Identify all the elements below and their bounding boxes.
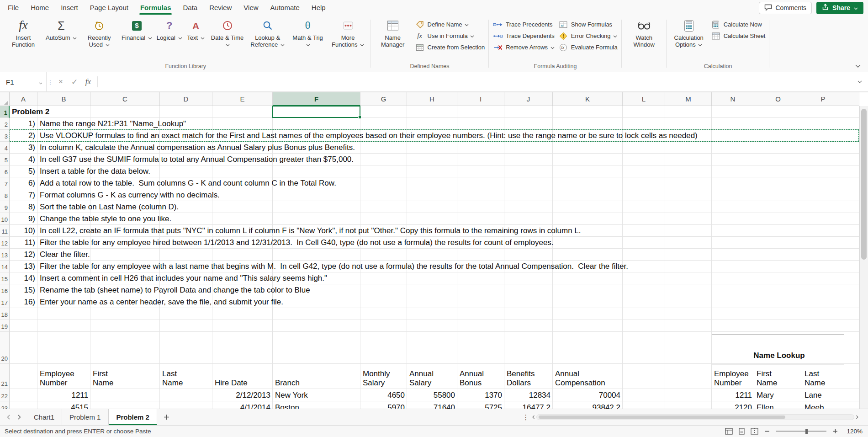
text-button[interactable]: AText <box>185 16 207 61</box>
math-trig-button[interactable]: θMath & Trig <box>288 16 328 61</box>
cell-E22[interactable]: 2/12/2013 <box>212 389 273 401</box>
cell-K22[interactable]: 70004 <box>553 389 623 401</box>
cell-B3[interactable]: Use VLOOKUP formulas to find an exact ma… <box>37 130 698 142</box>
horizontal-scrollbar-thumb[interactable] <box>539 416 785 419</box>
row-header-9[interactable]: 9 <box>0 201 10 213</box>
comments-button[interactable]: Comments <box>759 2 812 14</box>
zoom-level[interactable]: 120% <box>844 428 863 435</box>
column-header-I[interactable]: I <box>457 92 504 106</box>
column-header-partial[interactable] <box>844 92 859 106</box>
cell-O22[interactable]: Mary <box>754 389 774 401</box>
menu-item-page-layout[interactable]: Page Layout <box>84 0 134 16</box>
cell-B7[interactable]: Add a total row to the table. Sum column… <box>37 177 336 189</box>
cell-G23[interactable]: 5970 <box>360 401 407 409</box>
row-header-14[interactable]: 14 <box>0 261 10 272</box>
cell-N23[interactable]: 2120 <box>712 401 754 409</box>
column-header-A[interactable]: A <box>10 92 37 106</box>
cell-B4[interactable]: In column K, calculate the Annual compen… <box>37 142 355 154</box>
menu-item-formulas[interactable]: Formulas <box>134 0 177 16</box>
date-time-button[interactable]: Date & Time <box>207 16 248 61</box>
insert-function-button[interactable]: fxInsert Function <box>3 16 43 61</box>
cell-I21[interactable]: Annual Bonus <box>457 364 504 389</box>
trace-dependents-button[interactable]: Trace Dependents <box>491 30 556 42</box>
row-header-8[interactable]: 8 <box>0 189 10 201</box>
row-header-17[interactable]: 17 <box>0 296 10 308</box>
sheet-tab-problem-1[interactable]: Problem 1 <box>62 409 108 425</box>
row-header-18[interactable]: 18 <box>0 308 10 320</box>
insert-function-button[interactable]: fx <box>81 72 95 91</box>
page-break-preview-button[interactable] <box>751 428 758 435</box>
cell-A12[interactable]: 11) <box>10 237 37 249</box>
cell-K21[interactable]: Annual Compensation <box>553 364 623 389</box>
cell-I23[interactable]: 5725 <box>457 401 504 409</box>
menu-item-review[interactable]: Review <box>203 0 238 16</box>
cell-A3[interactable]: 2) <box>10 130 37 142</box>
cell-B11[interactable]: In cell L22, create an IF formula that p… <box>37 225 581 237</box>
horizontal-scrollbar-track[interactable] <box>536 414 854 420</box>
cell-P23[interactable]: Meeb <box>802 401 824 409</box>
cell-O21[interactable]: First Name <box>754 364 802 389</box>
create-from-selection-button[interactable]: Create from Selection <box>413 42 487 53</box>
cell-J21[interactable]: Benefits Dollars <box>504 364 553 389</box>
cell-F23[interactable]: Boston <box>273 401 299 409</box>
logical-button[interactable]: ?Logical <box>154 16 185 61</box>
column-header-K[interactable]: K <box>553 92 623 106</box>
tab-bar-menu-button[interactable]: ⋮ <box>520 413 532 421</box>
row-header-7[interactable]: 7 <box>0 177 10 189</box>
cell-E23[interactable]: 4/1/2014 <box>212 401 273 409</box>
cell-B2[interactable]: Name the range N21:P31 "Name_Lookup" <box>37 118 186 130</box>
cell-E21[interactable]: Hire Date <box>212 364 273 389</box>
row-header-12[interactable]: 12 <box>0 237 10 249</box>
cell-B14[interactable]: Filter the table for any employee with a… <box>37 261 628 272</box>
cell-B15[interactable]: Insert a comment in cell H26 that includ… <box>37 272 327 284</box>
cell-G22[interactable]: 4650 <box>360 389 407 401</box>
cell-A7[interactable]: 6) <box>10 177 37 189</box>
sheet-nav-right-button[interactable] <box>14 415 25 420</box>
column-header-H[interactable]: H <box>407 92 457 106</box>
row-header-3[interactable]: 3 <box>0 130 10 142</box>
share-dropdown-chevron-icon[interactable] <box>854 4 858 11</box>
row-header-15[interactable]: 15 <box>0 272 10 284</box>
column-header-B[interactable]: B <box>37 92 90 106</box>
cell-G21[interactable]: Monthly Salary <box>360 364 407 389</box>
row-header-11[interactable]: 11 <box>0 225 10 237</box>
name-manager-button[interactable]: Name Manager <box>373 16 413 61</box>
cell-A1[interactable]: Problem 2 <box>10 106 49 118</box>
row-header-19[interactable]: 19 <box>0 320 10 332</box>
column-header-N[interactable]: N <box>712 92 754 106</box>
cell-B8[interactable]: Format columns G - K as currency with no… <box>37 189 220 201</box>
cell-J23[interactable]: 16477.2 <box>504 401 553 409</box>
calculate-sheet-button[interactable]: Calculate Sheet <box>709 30 767 42</box>
row-header-1[interactable]: 1 <box>0 106 10 118</box>
cell-B16[interactable]: Rename the tab (sheet name) to Payroll D… <box>37 284 310 296</box>
sheet-tab-problem-2[interactable]: Problem 2 <box>108 409 157 425</box>
menu-item-help[interactable]: Help <box>306 0 332 16</box>
column-header-J[interactable]: J <box>504 92 553 106</box>
menu-item-file[interactable]: File <box>2 0 25 16</box>
cell-C21[interactable]: First Name <box>90 364 160 389</box>
recently-used-button[interactable]: Recently Used <box>79 16 119 61</box>
sheet-tab-chart1[interactable]: Chart1 <box>26 409 62 425</box>
cell-N20[interactable]: Name Lookup <box>712 332 844 364</box>
row-header-13[interactable]: 13 <box>0 249 10 261</box>
cell-B17[interactable]: Enter your name as a center header, save… <box>37 296 283 308</box>
column-header-D[interactable]: D <box>160 92 212 106</box>
cell-D21[interactable]: Last Name <box>160 364 212 389</box>
column-header-G[interactable]: G <box>360 92 407 106</box>
cell-N22[interactable]: 1211 <box>712 389 754 401</box>
enter-button[interactable]: ✓ <box>68 72 81 91</box>
cell-P22[interactable]: Lane <box>802 389 822 401</box>
formula-bar-expand-button[interactable] <box>852 72 868 91</box>
cell-A6[interactable]: 5) <box>10 165 37 177</box>
row-header-10[interactable]: 10 <box>0 213 10 225</box>
name-box-splitter[interactable]: ⋮ <box>47 72 54 91</box>
trace-precedents-button[interactable]: Trace Precedents <box>491 19 556 30</box>
column-header-L[interactable]: L <box>623 92 665 106</box>
cell-F22[interactable]: New York <box>273 389 308 401</box>
zoom-slider-thumb[interactable] <box>805 429 808 434</box>
cell-B13[interactable]: Clear the filter. <box>37 249 90 261</box>
watch-window-button[interactable]: Watch Window <box>624 16 664 61</box>
cell-I22[interactable]: 1370 <box>457 389 504 401</box>
lookup-reference-button[interactable]: Lookup & Reference <box>248 16 288 61</box>
row-header-16[interactable]: 16 <box>0 284 10 296</box>
